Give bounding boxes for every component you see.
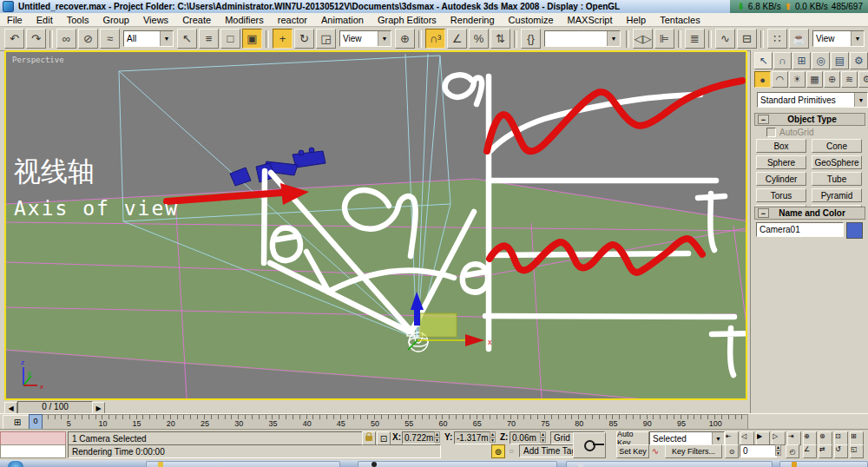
- z-coord-field[interactable]: 0.06m: [510, 431, 541, 444]
- time-slider-handle[interactable]: 0: [29, 414, 43, 430]
- window-crossing-toggle[interactable]: ▣: [242, 29, 262, 49]
- menu-item-customize[interactable]: Customize: [502, 13, 561, 26]
- bind-to-space-warp-button[interactable]: ≈: [100, 29, 120, 49]
- helpers-category[interactable]: ⊕: [824, 71, 840, 88]
- collapse-icon[interactable]: −: [758, 208, 769, 218]
- angle-snap-toggle[interactable]: ∠: [447, 29, 467, 49]
- curve-editor-button[interactable]: ∿: [715, 29, 735, 49]
- select-by-name-button[interactable]: ≡: [199, 29, 219, 49]
- next-frame-button[interactable]: ▷: [772, 431, 786, 445]
- motion-tab[interactable]: ◎: [812, 52, 830, 69]
- collapse-icon[interactable]: −: [758, 115, 769, 124]
- selection-filter-dropdown[interactable]: All▼: [123, 30, 174, 47]
- redo-button[interactable]: ↷: [26, 29, 46, 49]
- selection-set-dropdown[interactable]: Selected ▼: [649, 431, 725, 445]
- play-button[interactable]: ▶: [756, 431, 770, 445]
- sphere-button[interactable]: Sphere: [756, 155, 806, 169]
- y-coord-field[interactable]: -1.317m: [454, 431, 490, 444]
- chevron-down-icon[interactable]: ▼: [712, 432, 724, 444]
- object-type-rollout[interactable]: − Object Type: [754, 113, 865, 126]
- unlink-selection-button[interactable]: ⊘: [78, 29, 98, 49]
- zoom-extents-all-button[interactable]: ⊞: [850, 431, 864, 445]
- frame-spinner[interactable]: ▲▼: [774, 444, 782, 456]
- cylinder-button[interactable]: Cylinder: [756, 172, 806, 186]
- render-preset-dropdown[interactable]: View▼: [812, 30, 865, 47]
- layer-manager-button[interactable]: ≣: [685, 29, 705, 49]
- reference-coordinate-dropdown[interactable]: View▼: [339, 30, 391, 47]
- select-object-button[interactable]: ↖: [177, 29, 197, 49]
- menu-item-views[interactable]: Views: [136, 13, 175, 26]
- set-key-button[interactable]: Set Key: [616, 444, 649, 458]
- menu-item-maxscript[interactable]: MAXScript: [561, 13, 620, 26]
- current-frame-field[interactable]: 0: [740, 444, 777, 457]
- edit-named-selection-sets-button[interactable]: {}: [521, 29, 541, 49]
- time-configuration-button[interactable]: ◴: [786, 444, 799, 458]
- time-slider-next-button[interactable]: ▶: [92, 402, 105, 414]
- menu-item-animation[interactable]: Animation: [314, 13, 371, 26]
- arc-rotate-button[interactable]: ↺: [834, 444, 848, 458]
- menu-item-group[interactable]: Group: [95, 13, 136, 26]
- tube-button[interactable]: Tube: [812, 172, 862, 186]
- create-tab[interactable]: ↖: [754, 52, 773, 69]
- chevron-down-icon[interactable]: ▼: [607, 31, 620, 46]
- zoom-extents-button[interactable]: ⊡: [834, 431, 848, 445]
- time-slider-frame-display[interactable]: 0 / 100: [17, 401, 93, 414]
- systems-category[interactable]: ⚙: [858, 71, 868, 88]
- utilities-tab[interactable]: ⚙: [850, 52, 868, 69]
- x-spinner[interactable]: ▲▼: [433, 431, 441, 443]
- menu-item-rendering[interactable]: Rendering: [444, 13, 502, 26]
- undo-button[interactable]: ↶: [4, 29, 24, 49]
- material-editor-button[interactable]: ∷: [767, 29, 787, 49]
- cameras-category[interactable]: ▦: [806, 71, 823, 88]
- select-and-move-button[interactable]: +: [273, 29, 293, 49]
- menu-item-tentacles[interactable]: Tentacles: [653, 13, 707, 26]
- z-spinner[interactable]: ▲▼: [539, 431, 547, 443]
- default-in-out-tangents-icon[interactable]: ∿: [649, 444, 661, 457]
- name-and-color-rollout[interactable]: − Name and Color: [754, 207, 865, 220]
- object-color-swatch[interactable]: [846, 222, 863, 239]
- torus-button[interactable]: Torus: [756, 188, 806, 202]
- menu-item-graph-editors[interactable]: Graph Editors: [371, 13, 444, 26]
- start-orb[interactable]: [8, 461, 23, 467]
- go-to-end-button[interactable]: ⇥: [787, 431, 801, 445]
- mirror-button[interactable]: ◁▷: [633, 29, 653, 49]
- taskbar-button[interactable]: [146, 461, 340, 467]
- menu-item-help[interactable]: Help: [620, 13, 654, 26]
- maximize-viewport-toggle[interactable]: ◱: [850, 444, 864, 458]
- snaps-toggle-3d[interactable]: ∩³: [425, 29, 445, 49]
- align-button[interactable]: ⊫: [654, 29, 674, 49]
- pyramid-button[interactable]: Pyramid: [812, 188, 862, 202]
- y-spinner[interactable]: ▲▼: [489, 431, 496, 443]
- chevron-down-icon[interactable]: ▼: [378, 31, 391, 46]
- zoom-button[interactable]: ⊕: [803, 431, 817, 445]
- display-tab[interactable]: ▤: [831, 52, 849, 69]
- chevron-down-icon[interactable]: ▼: [851, 31, 864, 46]
- space-warps-category[interactable]: ≋: [841, 71, 858, 88]
- autogrid-checkbox[interactable]: [766, 128, 776, 137]
- render-setup-button[interactable]: ☕: [789, 29, 809, 49]
- zoom-all-button[interactable]: ⊛: [819, 431, 832, 445]
- menu-item-edit[interactable]: Edit: [30, 13, 60, 26]
- schematic-view-button[interactable]: ⊟: [737, 29, 757, 49]
- menu-item-file[interactable]: File: [0, 13, 30, 26]
- geosphere-button[interactable]: GeoSphere: [812, 155, 862, 169]
- taskbar-button[interactable]: [358, 461, 557, 467]
- select-and-manipulate-button[interactable]: ⊕: [395, 29, 415, 49]
- select-and-scale-button[interactable]: ◲: [316, 29, 336, 49]
- viewport-label[interactable]: Perspective: [12, 56, 64, 64]
- chevron-down-icon[interactable]: ▼: [160, 31, 173, 46]
- geometry-category[interactable]: ●: [754, 71, 771, 88]
- cone-button[interactable]: Cone: [812, 139, 862, 153]
- x-coord-field[interactable]: 0.722m: [402, 431, 435, 444]
- taskbar-button[interactable]: [566, 461, 773, 467]
- previous-frame-button[interactable]: ◁: [740, 431, 754, 445]
- menu-item-tools[interactable]: Tools: [60, 13, 96, 26]
- lights-category[interactable]: ☀: [789, 71, 806, 88]
- shapes-category[interactable]: ◠: [772, 71, 788, 88]
- subcategory-dropdown[interactable]: Standard Primitives ▼: [757, 92, 868, 108]
- absolute-offset-toggle[interactable]: ⊡: [377, 431, 391, 445]
- menu-item-modifiers[interactable]: Modifiers: [218, 13, 271, 26]
- chevron-down-icon[interactable]: ▼: [854, 93, 867, 107]
- go-to-start-button[interactable]: ⇤: [725, 431, 739, 445]
- auto-key-button[interactable]: Auto Key: [616, 431, 649, 445]
